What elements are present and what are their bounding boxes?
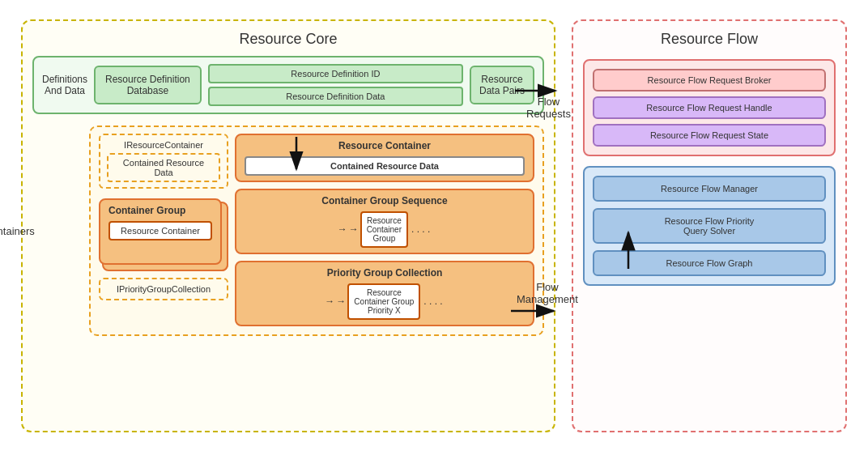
seq-dots: . . . . xyxy=(411,223,430,235)
iresource-container: IResourceContainer Contained Resource Da… xyxy=(99,134,228,189)
contained-resource-data-solid: Contained Resource Data xyxy=(245,156,525,176)
flow-mgr: Resource Flow Manager xyxy=(593,176,826,202)
resource-container-box: Resource Container Contained Resource Da… xyxy=(235,134,534,182)
right-section: Resource Flow Flow Requests Resource Flo… xyxy=(572,19,847,432)
container-group-title: Container Group xyxy=(108,205,212,216)
resource-def-id: Resource Definition ID xyxy=(208,64,463,83)
resource-def-data: Resource Definition Data xyxy=(208,87,463,106)
resource-core-top: Definitions And Data Resource Definition… xyxy=(32,56,544,114)
cg-sequence: Container Group Sequence → → Resource Co… xyxy=(235,189,534,254)
flow-req-handle: Resource Flow Request Handle xyxy=(593,96,826,119)
definitions-label: Definitions And Data xyxy=(42,74,87,96)
flow-management-box: Resource Flow Manager Resource Flow Prio… xyxy=(583,166,836,286)
flow-req-state: Resource Flow Request State xyxy=(593,124,826,147)
left-section: Resource Core Definitions And Data Resou… xyxy=(21,19,555,432)
containers-wrapper: Containers IResourceContainer Contained … xyxy=(32,126,544,336)
container-group-stack: Container Group Resource Container xyxy=(99,198,228,271)
flow-requests-label: Flow Requests xyxy=(526,96,571,120)
pgc-dots: . . . . xyxy=(423,296,442,307)
pgc-box-item: Resource Container Group Priority X xyxy=(347,283,420,320)
left-section-title: Resource Core xyxy=(32,31,544,48)
contained-resource-data-dashed: Contained Resource Data xyxy=(107,153,220,182)
seq-arrow2: → xyxy=(349,223,359,235)
diagram-content: Resource Core Definitions And Data Resou… xyxy=(13,11,855,440)
flow-graph: Resource Flow Graph xyxy=(593,250,826,276)
ipriority-group: IPriorityGroupCollection xyxy=(99,278,228,300)
right-section-title: Resource Flow xyxy=(583,31,836,48)
resource-container-inner: Resource Container xyxy=(108,221,212,240)
containers-label: Containers xyxy=(0,224,35,236)
resource-def-db: Resource Definition Database xyxy=(94,66,202,104)
pgc-arrow1: → xyxy=(325,296,334,307)
pgc-arrow2: → xyxy=(336,296,346,307)
containers-outer: IResourceContainer Contained Resource Da… xyxy=(89,126,544,336)
pgc-title: Priority Group Collection xyxy=(245,267,525,279)
containers-left-col: IResourceContainer Contained Resource Da… xyxy=(99,134,228,326)
cg-sequence-title: Container Group Sequence xyxy=(245,195,525,206)
def-right-stack: Resource Definition ID Resource Definiti… xyxy=(208,64,463,106)
pgc-sequence-row: → → Resource Container Group Priority X … xyxy=(245,283,525,320)
flow-req-broker: Resource Flow Request Broker xyxy=(593,69,826,91)
flow-priority: Resource Flow Priority Query Solver xyxy=(593,208,826,244)
pgc-box: Priority Group Collection → → Resource C… xyxy=(235,261,534,326)
flow-requests-wrapper: Flow Requests Resource Flow Request Brok… xyxy=(583,59,836,156)
resource-data-pairs: Resource Data Pairs xyxy=(470,66,534,104)
sequence-row: → → Resource Container Group . . . . xyxy=(245,211,525,248)
seq-arrow1: → xyxy=(338,223,347,235)
flow-management-wrapper: Flow Management Resource Flow Manager Re… xyxy=(583,166,836,421)
flow-requests-box: Resource Flow Request Broker Resource Fl… xyxy=(583,59,836,156)
containers-right-col: Resource Container Contained Resource Da… xyxy=(235,134,534,326)
seq-box1: Resource Container Group xyxy=(360,211,408,248)
diagram-wrapper: Resource Core Definitions And Data Resou… xyxy=(13,11,855,440)
flow-mgmt-label: Flow Management xyxy=(517,281,578,305)
